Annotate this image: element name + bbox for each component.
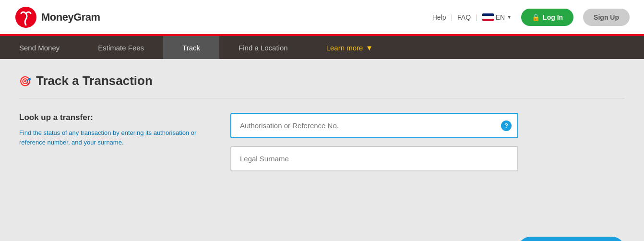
header-right: Help | FAQ | EN ▼ 🔒 Log In Sign Up [432,9,630,26]
track-button[interactable]: Track › [518,237,625,241]
surname-input[interactable] [230,146,518,171]
form-section: Look up a transfer: Find the status of a… [19,113,625,171]
login-button[interactable]: 🔒 Log In [521,9,573,26]
learn-more-label: Learn more [326,44,363,52]
chevron-down-icon: ▼ [366,44,373,52]
main-content: 🎯 Track a Transaction Look up a transfer… [0,59,644,227]
moneygram-logo-icon [14,6,37,29]
reference-input[interactable] [230,113,518,138]
logo-text: MoneyGram [41,11,100,24]
nav-send-money[interactable]: Send Money [0,36,79,59]
uk-flag-icon [482,13,494,21]
lang-code: EN [496,13,505,21]
language-selector[interactable]: EN ▼ [482,13,512,21]
form-fields: ? [230,113,518,171]
form-description: Look up a transfer: Find the status of a… [19,113,202,147]
page-title-area: 🎯 Track a Transaction [19,73,625,98]
site-header: MoneyGram Help | FAQ | EN ▼ 🔒 Log In Sig… [0,0,644,36]
chevron-down-icon: ▼ [507,14,512,20]
login-label: Log In [543,13,563,21]
header-links: Help | FAQ | EN ▼ [432,13,512,21]
target-icon: 🎯 [19,75,31,87]
page-title: Track a Transaction [36,73,153,88]
divider-2: | [476,13,477,21]
logo-area: MoneyGram [14,6,100,29]
main-nav: Send Money Estimate Fees Track Find a Lo… [0,36,644,59]
lock-icon: 🔒 [532,13,540,21]
divider-1: | [451,13,453,21]
help-icon[interactable]: ? [501,120,512,131]
nav-estimate-fees[interactable]: Estimate Fees [79,36,163,59]
nav-track[interactable]: Track [163,36,219,59]
surname-input-wrapper [230,146,518,171]
signup-button[interactable]: Sign Up [583,9,630,26]
nav-learn-more[interactable]: Learn more ▼ [307,36,393,59]
bottom-area: Track › reCAPTCHA [0,227,644,241]
lookup-description: Find the status of any transaction by en… [19,128,202,147]
nav-find-location[interactable]: Find a Location [219,36,307,59]
lookup-label: Look up a transfer: [19,113,202,122]
help-link[interactable]: Help [432,13,446,21]
ref-input-wrapper: ? [230,113,518,138]
faq-link[interactable]: FAQ [457,13,471,21]
